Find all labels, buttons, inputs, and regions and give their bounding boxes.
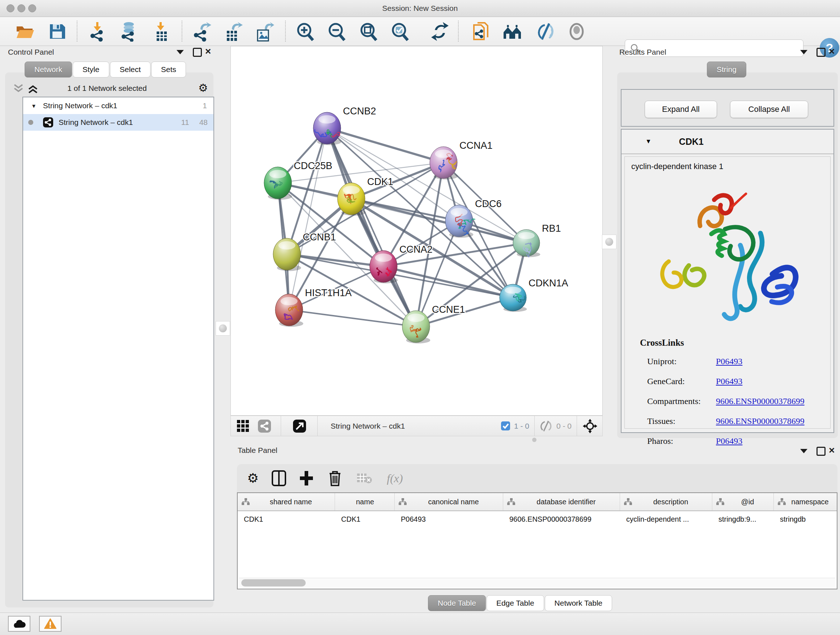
export-table-icon[interactable]: [223, 21, 243, 42]
cloud-status-button[interactable]: [8, 616, 30, 632]
tab-edge-table[interactable]: Edge Table: [486, 595, 544, 611]
open-session-icon[interactable]: [14, 21, 35, 42]
tree-expander-icon[interactable]: ▼: [31, 103, 36, 109]
import-network-icon[interactable]: [88, 21, 109, 42]
control-panel-tabs: Network Style Select Sets: [25, 62, 187, 78]
network-tree-row[interactable]: String Network – cdk1 11 48: [23, 114, 213, 131]
network-node-HIST1H1A[interactable]: HIST1H1A: [275, 287, 352, 327]
warnings-button[interactable]: [39, 616, 62, 632]
crosslink-tissues-link[interactable]: 9606.ENSP00000378699: [716, 416, 805, 426]
tab-string[interactable]: String: [707, 62, 746, 78]
table-row[interactable]: CDK1 CDK1 P06493 9606.ENSP00000378699 cy…: [238, 511, 837, 527]
network-node-CDKN1A[interactable]: CDKN1A: [500, 278, 568, 312]
scrollbar-thumb[interactable]: [241, 579, 306, 586]
import-network-from-database-icon[interactable]: [119, 21, 140, 42]
network-edge-HIST1H1A-CCNE1[interactable]: [289, 310, 416, 326]
delete-table-icon[interactable]: [356, 472, 372, 485]
column-header[interactable]: @id: [712, 493, 774, 510]
tab-network[interactable]: Network: [25, 62, 72, 78]
control-panel-title: Control Panel: [8, 48, 54, 57]
cell-database-identifier[interactable]: 9606.ENSP00000378699: [503, 511, 620, 527]
save-session-icon[interactable]: [47, 21, 67, 42]
refresh-icon[interactable]: [430, 21, 450, 42]
table-horizontal-scrollbar[interactable]: [239, 578, 835, 587]
column-header[interactable]: namespace: [774, 493, 837, 510]
left-splitter-handle[interactable]: [216, 321, 230, 336]
tab-sets[interactable]: Sets: [151, 62, 186, 78]
hide-panel-eye-icon[interactable]: [535, 21, 556, 42]
search-input[interactable]: [643, 44, 803, 53]
protein-name: CDK1: [679, 136, 704, 147]
zoom-out-icon[interactable]: [326, 21, 347, 42]
collapse-all-button[interactable]: Collapse All: [730, 101, 808, 118]
network-node-RB1[interactable]: RB1: [513, 223, 561, 257]
zoom-selected-icon[interactable]: [390, 21, 410, 42]
cell-namespace[interactable]: stringdb: [774, 511, 837, 527]
export-network-icon[interactable]: [192, 21, 212, 42]
grid-view-icon[interactable]: [237, 420, 249, 432]
netbar-right: 1 - 0 0 - 0: [501, 416, 602, 436]
results-panel-close-icon[interactable]: ×: [829, 48, 835, 55]
column-header[interactable]: description: [620, 493, 712, 510]
table-panel-float-icon[interactable]: [800, 449, 807, 453]
show-columns-icon[interactable]: [272, 470, 286, 486]
network-edge-CCNB2-HIST1H1A[interactable]: [289, 128, 327, 310]
results-panel-maximize-icon[interactable]: [816, 48, 826, 57]
network-options-gear-icon[interactable]: ⚙: [198, 82, 208, 93]
right-splitter-handle[interactable]: [602, 234, 616, 249]
hidden-elements-icon[interactable]: [540, 421, 553, 432]
show-panel-eye-icon[interactable]: [567, 21, 587, 42]
cell-id[interactable]: stringdb:9...: [712, 511, 774, 527]
network-node-CCNE1[interactable]: CCNE1: [402, 304, 465, 344]
home-pages-icon[interactable]: [502, 21, 523, 42]
cell-description[interactable]: cyclin-dependent ...: [620, 511, 712, 527]
column-header[interactable]: database identifier: [503, 493, 620, 510]
add-column-icon[interactable]: [299, 470, 314, 486]
delete-column-icon[interactable]: [328, 470, 342, 486]
horizontal-splitter-handle[interactable]: [532, 438, 537, 442]
crosslink-compartments-link[interactable]: 9606.ENSP00000378699: [716, 396, 805, 406]
zoom-fit-icon[interactable]: [358, 21, 378, 42]
crosslink-pharos-link[interactable]: P06493: [716, 436, 742, 446]
network-graph[interactable]: CCNB2CCNA1CDC25BCDK1CDC6RB1CCNB1CCNA2CDK…: [231, 46, 602, 415]
import-table-icon[interactable]: [152, 21, 172, 42]
selected-checkbox-icon[interactable]: [501, 421, 510, 431]
column-type-icon: [241, 498, 250, 506]
expand-all-button[interactable]: Expand All: [645, 101, 717, 118]
column-header[interactable]: name: [335, 493, 395, 510]
table-options-gear-icon[interactable]: ⚙: [247, 473, 259, 484]
node-label-CDKN1A: CDKN1A: [529, 278, 568, 288]
tab-style[interactable]: Style: [73, 62, 109, 78]
network-tree-root-row[interactable]: ▼ String Network – cdk1 1: [23, 97, 213, 114]
table-panel-maximize-icon[interactable]: [816, 447, 826, 456]
network-view-icon[interactable]: [257, 419, 271, 433]
tab-network-table[interactable]: Network Table: [545, 595, 613, 611]
birds-eye-view-icon[interactable]: [582, 418, 598, 434]
control-panel-float-icon[interactable]: [177, 50, 184, 54]
tab-node-table[interactable]: Node Table: [428, 595, 486, 611]
column-header[interactable]: shared name: [238, 493, 335, 510]
network-node-CCNA1[interactable]: CCNA1: [430, 140, 493, 180]
function-builder-icon[interactable]: f(x): [387, 472, 403, 485]
crosslink-label: Tissues:: [647, 416, 716, 426]
results-panel-float-icon[interactable]: [800, 50, 807, 54]
network-edge-CCNB2-CCNA1[interactable]: [327, 128, 444, 163]
column-header[interactable]: canonical name: [395, 493, 503, 510]
zoom-in-icon[interactable]: [295, 21, 315, 42]
cell-name[interactable]: CDK1: [335, 511, 395, 527]
open-in-new-window-icon[interactable]: [293, 419, 306, 433]
table-panel-close-icon[interactable]: ×: [829, 447, 835, 454]
tab-select[interactable]: Select: [110, 62, 150, 78]
export-image-icon[interactable]: [254, 21, 274, 42]
crosslink-uniprot-link[interactable]: P06493: [716, 356, 742, 366]
network-view-title: String Network – cdk1: [331, 422, 405, 431]
crosslink-genecard-link[interactable]: P06493: [716, 377, 742, 386]
collapse-section-icon[interactable]: ▼: [645, 138, 652, 145]
protein-card-header[interactable]: ▼ CDK1: [622, 130, 834, 154]
cell-canonical-name[interactable]: P06493: [395, 511, 503, 527]
control-panel-maximize-icon[interactable]: [193, 48, 202, 57]
network-canvas[interactable]: CCNB2CCNA1CDC25BCDK1CDC6RB1CCNB1CCNA2CDK…: [231, 46, 603, 416]
cell-shared-name[interactable]: CDK1: [238, 511, 335, 527]
share-file-icon[interactable]: [471, 21, 491, 42]
control-panel-close-icon[interactable]: ×: [205, 48, 211, 55]
